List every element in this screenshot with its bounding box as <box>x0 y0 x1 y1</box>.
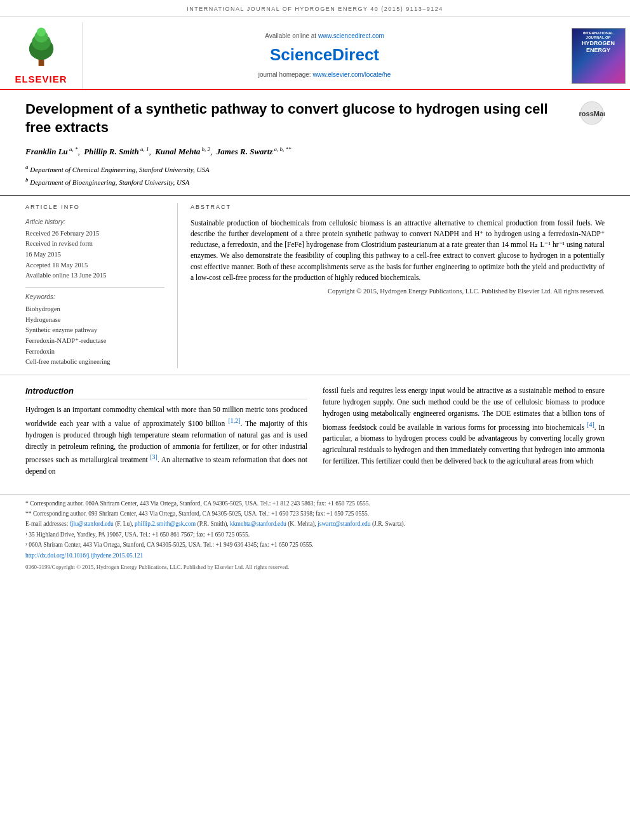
available-online-text: Available online at www.sciencedirect.co… <box>265 32 384 41</box>
author-4-name: James R. Swartz <box>217 147 273 157</box>
body-columns: Introduction Hydrogen is an important co… <box>25 385 605 481</box>
author-3-name: Kunal Mehta <box>155 147 200 157</box>
ref-4[interactable]: [4] <box>587 421 594 428</box>
author-1-sup: a, * <box>68 146 78 152</box>
received-date: Received 26 February 2015 <box>25 229 164 239</box>
journal-header: ELSEVIER Available online at www.science… <box>0 17 630 90</box>
ref-1-2[interactable]: [1,2] <box>228 417 240 424</box>
article-info-abstract-section: ARTICLE INFO Article history: Received 2… <box>0 196 630 375</box>
keywords-label: Keywords: <box>25 293 164 302</box>
footnote-section: * Corresponding author. 060A Shriram Cen… <box>0 494 630 575</box>
article-title-section: CrossMark Development of a synthetic pat… <box>0 90 630 196</box>
crossmark-icon: CrossMark <box>579 100 605 126</box>
journal-citation: INTERNATIONAL JOURNAL OF HYDROGEN ENERGY… <box>187 6 443 12</box>
author-3-sup: b, 2 <box>200 146 210 152</box>
received-revised-date: 16 May 2015 <box>25 250 164 260</box>
abstract-column: ABSTRACT Sustainable production of bioch… <box>178 203 605 368</box>
abstract-text: Sustainable production of biochemicals f… <box>191 218 605 297</box>
elsevier-brand-label: ELSEVIER <box>15 72 67 86</box>
ref-3[interactable]: [3] <box>150 453 158 460</box>
keyword-3: Synthetic enzyme pathway <box>25 326 164 335</box>
info-divider <box>25 287 164 288</box>
history-label: Article history: <box>25 218 164 227</box>
direct-word: Direct <box>332 45 379 64</box>
journal-homepage-url[interactable]: www.elsevier.com/locate/he <box>312 71 391 78</box>
doi-link[interactable]: http://dx.doi.org/10.1016/j.ijhydene.201… <box>25 552 605 560</box>
article-info-header: ARTICLE INFO <box>25 203 164 213</box>
introduction-title: Introduction <box>25 385 307 399</box>
main-content: Introduction Hydrogen is an important co… <box>0 375 630 488</box>
intro-para-left: Hydrogen is an important commodity chemi… <box>25 404 307 477</box>
sciencedirect-url[interactable]: www.sciencedirect.com <box>318 32 384 39</box>
body-col-right: fossil fuels and requires less energy in… <box>323 385 605 481</box>
author-2-sup: a, 1 <box>139 146 149 152</box>
sciencedirect-header: Available online at www.sciencedirect.co… <box>83 22 566 89</box>
author-1-name: Franklin Lu <box>25 147 68 157</box>
journal-homepage-text: journal homepage: www.elsevier.com/locat… <box>258 70 391 79</box>
keyword-6: Cell-free metabolic engineering <box>25 357 164 367</box>
keyword-2: Hydrogenase <box>25 316 164 325</box>
email-link-1[interactable]: fjlu@stanford.edu <box>70 521 114 527</box>
keyword-4: Ferredoxin-NADP⁺-reductase <box>25 337 164 346</box>
author-4-sup: a, b, ** <box>272 146 291 152</box>
elsevier-logo-area: ELSEVIER <box>0 22 83 89</box>
article-main-title: Development of a synthetic pathway to co… <box>25 100 605 137</box>
abstract-copyright: Copyright © 2015, Hydrogen Energy Public… <box>191 286 605 297</box>
intro-text-left: Hydrogen is an important commodity chemi… <box>25 404 307 477</box>
footnote-email-line: E-mail addresses: fjlu@stanford.edu (F. … <box>25 520 605 528</box>
email-link-3[interactable]: kkmehta@stanford.edu <box>230 521 286 527</box>
top-banner: INTERNATIONAL JOURNAL OF HYDROGEN ENERGY… <box>0 0 630 17</box>
article-history: Article history: Received 26 February 20… <box>25 218 164 281</box>
intro-text-right: fossil fuels and requires less energy in… <box>323 385 605 467</box>
footnote-corresponding-2: ** Corresponding author. 093 Shriram Cen… <box>25 510 605 518</box>
cover-journal-title: International Journal of HYDROGENENERGY <box>574 31 623 54</box>
abstract-header: ABSTRACT <box>191 203 605 213</box>
affiliations: a Department of Chemical Engineering, St… <box>25 163 605 187</box>
available-online-date: Available online 13 June 2015 <box>25 271 164 281</box>
author-2-name: Phillip R. Smith <box>84 147 138 157</box>
footnote-corresponding-1: * Corresponding author. 060A Shriram Cen… <box>25 500 605 508</box>
elsevier-tree-icon <box>19 25 64 70</box>
intro-para-right: fossil fuels and requires less energy in… <box>323 385 605 467</box>
keyword-5: Ferredoxin <box>25 347 164 357</box>
footnote-2: ² 060A Shriram Center, 443 Via Ortega, S… <box>25 541 605 549</box>
article-info-column: ARTICLE INFO Article history: Received 2… <box>25 203 178 368</box>
email-link-2[interactable]: phillip.2.smith@gsk.com <box>135 521 196 527</box>
authors-line: Franklin Lu a, *, Phillip R. Smith a, 1,… <box>25 145 605 158</box>
journal-cover-image: International Journal of HYDROGENENERGY <box>572 28 626 84</box>
issn-copyright: 0360-3199/Copyright © 2015, Hydrogen Ene… <box>25 563 605 571</box>
sciencedirect-logo: ScienceDirect <box>270 43 379 66</box>
keyword-1: Biohydrogen <box>25 305 164 314</box>
accepted-date: Accepted 18 May 2015 <box>25 261 164 270</box>
svg-point-4 <box>37 28 46 37</box>
journal-cover-area: International Journal of HYDROGENENERGY <box>566 22 630 89</box>
email-link-4[interactable]: jswartz@stanford.edu <box>318 521 370 527</box>
affil-1: a Department of Chemical Engineering, St… <box>25 163 605 175</box>
footnote-1: ¹ 35 Highland Drive, Yardley, PA 19067, … <box>25 531 605 539</box>
keywords-section: Keywords: Biohydrogen Hydrogenase Synthe… <box>25 293 164 367</box>
received-revised-label: Received in revised form <box>25 239 164 249</box>
body-col-left: Introduction Hydrogen is an important co… <box>25 385 307 481</box>
svg-text:CrossMark: CrossMark <box>579 110 605 117</box>
science-word: Science <box>270 45 332 64</box>
affil-2: b Department of Bioengineering, Stanford… <box>25 176 605 187</box>
